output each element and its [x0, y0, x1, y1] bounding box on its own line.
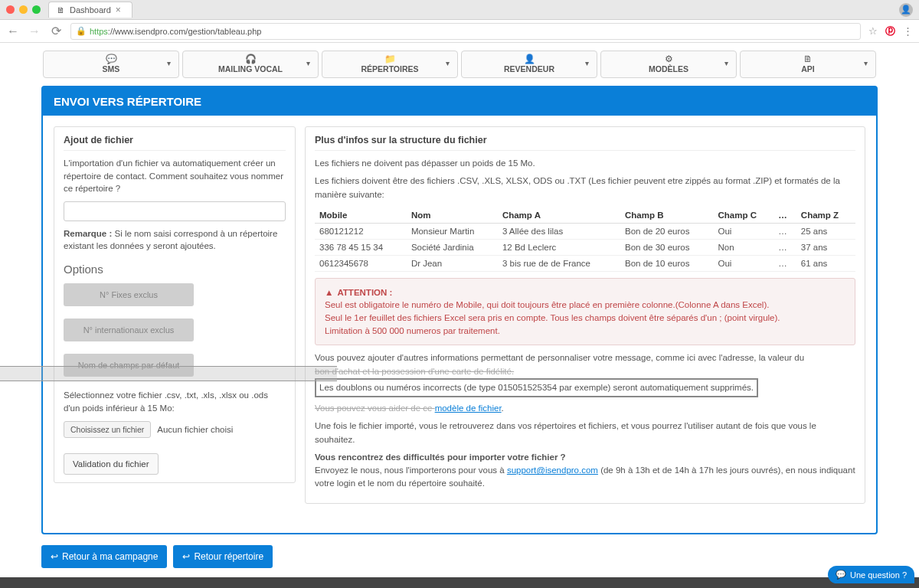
col-ellipsis: …: [773, 207, 796, 224]
lock-icon: 🔒: [76, 26, 87, 36]
col-nom: Nom: [407, 207, 498, 224]
col-mobile: Mobile: [315, 207, 407, 224]
gear-icon: ⚙: [665, 54, 673, 64]
nav-label: REVENDEUR: [504, 64, 554, 74]
reload-icon[interactable]: ⟳: [49, 24, 63, 38]
support-email-link[interactable]: support@isendpro.com: [507, 466, 598, 475]
api-icon: 🗎: [803, 54, 813, 64]
panel-title: ENVOI VERS RÉPERTOIRE: [43, 87, 876, 116]
back-icon[interactable]: ←: [6, 24, 20, 38]
repertoire-name-input[interactable]: [64, 201, 286, 221]
window-controls: [6, 5, 41, 14]
nav-label: SMS: [103, 64, 120, 74]
warning-icon: ▲: [325, 286, 333, 299]
undo-icon: ↩: [51, 551, 58, 562]
browser-tab-bar: 🗎 Dashboard × 👤: [0, 0, 919, 20]
info-formats: Les fichiers doivent être des fichiers .…: [315, 175, 855, 201]
file-structure-box: Plus d'infos sur la structure du fichier…: [305, 126, 865, 504]
chevron-down-icon: ▾: [167, 59, 171, 67]
nav-repertoires[interactable]: 📁 RÉPERTOIRES ▾: [322, 51, 458, 78]
col-champ-b: Champ B: [620, 207, 713, 224]
chat-widget[interactable]: 💬Une question ?: [828, 566, 914, 583]
bookmark-icon[interactable]: ☆: [868, 25, 878, 37]
close-window[interactable]: [6, 5, 15, 14]
file-structure-heading: Plus d'infos sur la structure du fichier: [315, 135, 855, 151]
menu-icon[interactable]: ⋮: [903, 25, 913, 37]
model-file-link[interactable]: modèle de fichier: [435, 403, 502, 413]
close-tab-icon[interactable]: ×: [116, 5, 121, 15]
url-input[interactable]: 🔒 https ://www.isendpro.com/gestion/tabl…: [70, 23, 861, 40]
chevron-down-icon: ▾: [585, 59, 589, 67]
maximize-window[interactable]: [32, 5, 41, 14]
info-reuse: Une fois le fichier importé, vous le ret…: [315, 420, 855, 446]
minimize-window[interactable]: [19, 5, 28, 14]
options-heading: Options: [64, 263, 286, 276]
headset-icon: 🎧: [245, 54, 257, 64]
alert-line: Limitation à 500 000 numeros par traitem…: [325, 325, 845, 338]
select-file-text: Sélectionnez votre fichier .csv, .txt, .…: [64, 389, 286, 414]
nav-label: MAILING VOCAL: [218, 64, 283, 74]
info-difficulty: Vous rencontrez des difficultés pour imp…: [315, 451, 855, 491]
back-campaign-button[interactable]: ↩Retour à ma campagne: [41, 545, 167, 568]
bottom-buttons: ↩Retour à ma campagne ↩Retour répertoire: [41, 545, 878, 568]
folder-icon: 📁: [384, 54, 396, 64]
main-nav: 💬 SMS ▾ 🎧 MAILING VOCAL ▾ 📁 RÉPERTOIRES …: [41, 51, 878, 78]
table-row: 680121212Monsieur Martin3 Allée des lila…: [315, 223, 855, 239]
example-table: Mobile Nom Champ A Champ B Champ C … Cha…: [315, 207, 855, 272]
table-row: 336 78 45 15 34Société Jardinia12 Bd Lec…: [315, 239, 855, 255]
info-weight: Les fichiers ne doivent pas dépasser un …: [315, 157, 855, 170]
undo-icon: ↩: [182, 551, 190, 562]
option-fixes-exclus[interactable]: N° Fixes exclus: [64, 283, 194, 306]
nav-modeles[interactable]: ⚙ MODÈLES ▾: [600, 51, 737, 78]
col-champ-c: Champ C: [713, 207, 773, 224]
import-description: L'importation d'un fichier va automatiqu…: [64, 157, 286, 195]
alert-line: Seul le 1er feuillet des fichiers Excel …: [325, 312, 845, 325]
chat-icon: 💬: [106, 54, 117, 64]
back-repertoire-button[interactable]: ↩Retour répertoire: [173, 545, 273, 568]
nav-label: RÉPERTOIRES: [361, 64, 418, 74]
url-scheme: https: [90, 27, 108, 36]
nav-label: MODÈLES: [649, 64, 688, 74]
url-path: ://www.isendpro.com/gestion/tableau.php: [108, 27, 262, 36]
nav-revendeur[interactable]: 👤 REVENDEUR ▾: [461, 51, 597, 78]
info-personalize: Vous pouvez ajouter d'autres information…: [315, 351, 855, 397]
pinterest-icon[interactable]: ⓟ: [885, 24, 895, 38]
forward-icon[interactable]: →: [28, 24, 41, 38]
chevron-down-icon: ▾: [864, 59, 868, 67]
tab-favicon: 🗎: [57, 5, 65, 15]
option-internationaux-exclus[interactable]: N° internationaux exclus: [64, 318, 194, 341]
col-champ-a: Champ A: [498, 207, 620, 224]
chevron-down-icon: ▾: [724, 59, 728, 67]
validate-file-button[interactable]: Validation du fichier: [64, 453, 159, 475]
nav-label: API: [801, 64, 815, 74]
profile-icon[interactable]: 👤: [899, 3, 913, 17]
chosen-file-label: Aucun fichier choisi: [157, 425, 233, 434]
reseller-icon: 👤: [524, 54, 535, 64]
add-file-heading: Ajout de fichier: [64, 135, 286, 151]
info-model-link: Vous pouvez vous aider de ce modèle de f…: [315, 402, 855, 415]
address-bar: ← → ⟳ 🔒 https ://www.isendpro.com/gestio…: [0, 20, 919, 43]
chevron-down-icon: ▾: [446, 59, 450, 67]
table-row: 0612345678Dr Jean3 bis rue de de FranceB…: [315, 255, 855, 271]
remark-text: Remarque : Si le nom saisi correspond à …: [64, 227, 286, 252]
col-champ-z: Champ Z: [796, 207, 855, 224]
nav-sms[interactable]: 💬 SMS ▾: [43, 51, 179, 78]
alert-line: Seul est obligatoire le numéro de Mobile…: [325, 299, 845, 312]
choose-file-button[interactable]: Choisissez un fichier: [64, 421, 151, 438]
tab-title: Dashboard: [70, 5, 111, 15]
nav-api[interactable]: 🗎 API ▾: [740, 51, 876, 78]
footer-bar: [0, 577, 919, 583]
nav-mailing-vocal[interactable]: 🎧 MAILING VOCAL ▾: [182, 51, 319, 78]
option-nom-champs-defaut[interactable]: Nom de champs par défaut: [64, 354, 194, 377]
browser-tab[interactable]: 🗎 Dashboard ×: [48, 2, 132, 18]
attention-alert: ▲ ATTENTION : Seul est obligatoire le nu…: [315, 278, 855, 346]
add-file-box: Ajout de fichier L'importation d'un fich…: [54, 126, 296, 483]
chat-icon: 💬: [836, 570, 846, 580]
chevron-down-icon: ▾: [306, 59, 310, 67]
highlighted-doublons: Les doublons ou numéros incorrects (de t…: [315, 378, 758, 397]
main-panel: ENVOI VERS RÉPERTOIRE Ajout de fichier L…: [41, 86, 878, 534]
